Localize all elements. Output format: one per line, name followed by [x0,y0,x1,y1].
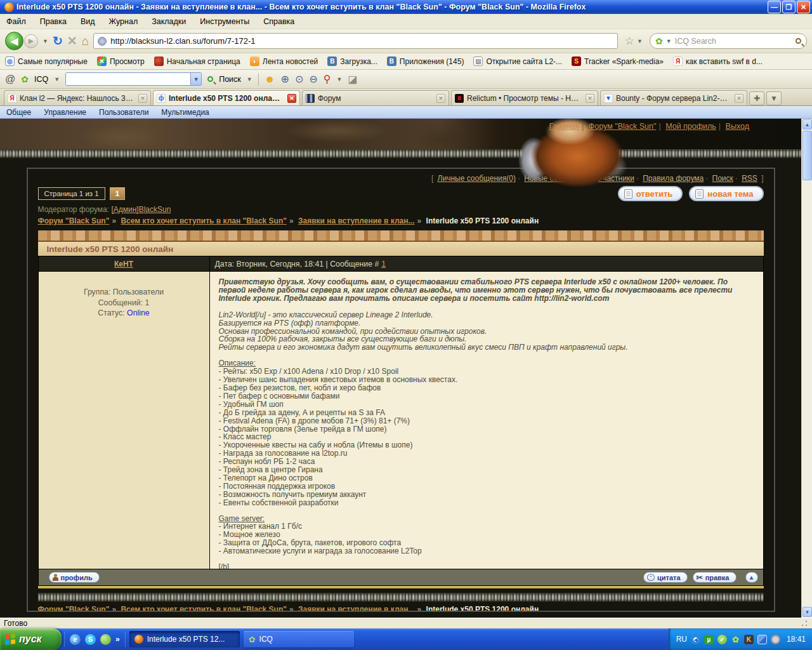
joystick-dropdown-icon[interactable]: ▼ [336,76,342,83]
crumb-forum[interactable]: Форум "Black Sun" [38,216,110,225]
url-input[interactable] [110,36,613,46]
tab-close-icon[interactable]: ✕ [287,94,296,103]
vertical-scrollbar[interactable]: ▲ ▼ [801,119,812,618]
tab-relictum[interactable]: ¤ Relictum • Просмотр темы - Новый Р... … [451,90,598,105]
icq-search-combo[interactable]: ▼ [65,72,202,86]
bookmark-item[interactable]: ▤ Открытие сайта L2-... [473,56,562,66]
crumb-subsection[interactable]: Заявки на вступление в клан... [298,605,415,612]
icq-menu[interactable]: ICQ [34,75,48,84]
link-profile[interactable]: Мой профиль [665,122,716,131]
green-orb-icon[interactable] [100,634,111,645]
tab-close-icon[interactable]: ✕ [586,94,594,103]
kaspersky-warning-icon[interactable]: K [744,635,754,644]
plugin-menu-media[interactable]: Мультимедиа [161,108,209,117]
new-topic-button[interactable]: новая тема [689,186,763,201]
start-button[interactable]: пуск [0,628,62,650]
eraser-icon[interactable]: ◪ [348,74,357,84]
tab-close-icon[interactable]: ✕ [735,94,743,103]
star-dropdown-icon[interactable]: ▼ [637,38,643,44]
tab-list-dropdown[interactable]: ▼ [766,91,782,105]
back-button[interactable]: ◀ [5,32,23,50]
minimize-button[interactable]: — [768,1,781,13]
zoom-reset-icon[interactable]: ⊙ [295,74,303,84]
bookmark-item[interactable]: В Загрузка... [327,56,377,66]
skype-icon[interactable]: S [85,634,96,645]
icq-flower-icon[interactable]: ✿ [655,36,663,46]
search-magnifier-icon[interactable] [796,38,801,44]
plugin-menu-general[interactable]: Общее [6,108,31,117]
author-link[interactable]: КеНТ [114,260,133,269]
bookmark-item[interactable]: ✕ Просмотр [97,56,145,66]
link-home[interactable]: Главная [549,122,579,131]
plugin-menu-manage[interactable]: Управление [44,108,86,117]
link-search[interactable]: Поиск [712,174,733,183]
scrollbar-thumb[interactable] [802,131,812,180]
scrollbar-down-arrow[interactable]: ▼ [802,607,812,617]
link-rss[interactable]: RSS [742,174,757,183]
link-forum[interactable]: Форум "Black Sun" [589,122,657,131]
device-icon[interactable] [771,635,780,644]
menu-edit[interactable]: Правка [40,17,67,26]
history-dropdown-icon[interactable]: ▼ [43,38,48,44]
profile-button[interactable]: профиль [49,572,100,583]
bookmark-item[interactable]: ◗ Лента новостей [250,56,318,66]
icq-dropdown-icon[interactable]: ▼ [54,76,60,83]
message-number-link[interactable]: 1 [381,260,386,269]
scroll-to-top-button[interactable]: ▲ [745,572,758,583]
crumb-section[interactable]: Всем кто хочет вступить в клан "Black Su… [121,216,287,225]
reply-button[interactable]: ответить [618,186,683,201]
bookmark-item[interactable]: Я как вставить swf в d... [673,56,763,66]
antivirus-check-icon[interactable]: ✓ [717,635,727,644]
search-engine-dropdown-icon[interactable]: ▼ [666,38,672,44]
resize-grip[interactable] [801,620,808,627]
home-icon[interactable]: ⌂ [82,35,89,47]
menu-file[interactable]: Файл [6,17,26,26]
language-indicator[interactable]: RU [676,635,687,644]
icq-search-button[interactable]: Поиск [219,75,241,84]
taskbar-button-firefox[interactable]: Interlude x50 PTS 12... [129,631,240,647]
at-icon[interactable]: @ [5,74,15,84]
tab-forum[interactable]: ▍▍ Форум ✕ [302,90,449,105]
zoom-out-icon[interactable]: ⊖ [309,74,317,84]
bookmark-item[interactable]: ◎ Самые популярные [5,56,88,66]
bookmark-item[interactable]: В Приложения (145) [387,56,464,66]
plugin-menu-users[interactable]: Пользователи [99,108,148,117]
refresh-icon[interactable]: ↻ [53,35,63,47]
menu-bookmarks[interactable]: Закладки [152,17,186,26]
link-forum-rules[interactable]: Правила форума [643,174,704,183]
tab-close-icon[interactable]: ✕ [138,94,147,103]
url-bar[interactable] [93,33,618,49]
page-number-button[interactable]: 1 [110,187,125,200]
search-dropdown-icon[interactable]: ▼ [247,76,252,83]
search-box[interactable]: ✿ ▼ [650,33,807,49]
icq-search-input[interactable] [66,73,190,85]
icq-flower-icon[interactable]: ✿ [731,635,740,644]
quick-launch-overflow-icon[interactable]: » [115,635,120,644]
menu-history[interactable]: Журнал [109,17,138,26]
scrollbar-up-arrow[interactable]: ▲ [802,119,812,129]
crumb-subsection[interactable]: Заявки на вступление в клан... [298,216,415,225]
bookmark-star-icon[interactable]: ☆ [625,34,634,48]
crumb-section[interactable]: Всем кто хочет вступить в клан "Black Su… [121,605,287,612]
network-icon[interactable] [757,635,767,644]
menu-view[interactable]: Вид [81,17,95,26]
quote-button[interactable]: " цитата [643,572,688,583]
joystick-icon[interactable]: ⚲ [324,74,331,84]
tab-interlude-active[interactable]: ф Interlude x50 PTS 1200 онлайн ... ✕ [153,90,300,105]
menu-tools[interactable]: Инструменты [200,17,249,26]
utorrent-icon[interactable]: µ [704,635,714,644]
icq-flower-icon[interactable]: ✿ [21,74,29,84]
forward-button[interactable]: ▶ [24,34,38,48]
smiley-icon[interactable]: ☻ [265,74,275,84]
zoom-in-icon[interactable]: ⊕ [281,74,289,84]
maximize-button[interactable]: ❐ [782,1,796,13]
stop-icon[interactable]: ✕ [67,35,77,47]
new-tab-button[interactable]: ✚ [749,91,764,105]
taskbar-button-icq[interactable]: ✿ ICQ [244,631,354,647]
moderator-link[interactable]: [Админ]BlackSun [111,205,171,214]
search-input[interactable] [675,37,792,46]
tab-yandex[interactable]: Я Клан l2 — Яндекс: Нашлось 324 тыс... ✕ [4,90,151,105]
tab-bounty[interactable]: ▼ Bounty - Форум сервера Lin2-World.c...… [600,90,747,105]
close-button[interactable]: ✕ [797,1,810,13]
tab-close-icon[interactable]: ✕ [436,94,445,103]
